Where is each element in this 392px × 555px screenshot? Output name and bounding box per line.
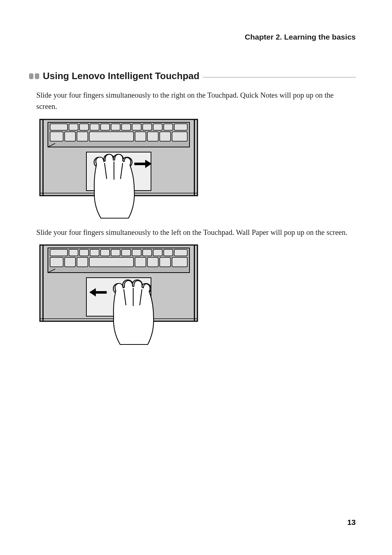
heading-divider [203, 77, 356, 78]
page-number: 13 [347, 518, 356, 527]
svg-rect-17 [65, 132, 75, 141]
svg-rect-44 [90, 249, 99, 256]
svg-rect-8 [101, 124, 110, 130]
svg-rect-55 [77, 257, 88, 267]
svg-rect-10 [122, 124, 131, 130]
svg-rect-58 [147, 257, 158, 267]
svg-rect-47 [122, 249, 131, 256]
svg-rect-5 [69, 124, 78, 130]
svg-rect-6 [79, 124, 89, 130]
svg-rect-9 [111, 124, 120, 130]
svg-rect-46 [111, 249, 120, 256]
svg-rect-21 [147, 132, 158, 141]
svg-rect-16 [50, 132, 63, 141]
svg-rect-57 [135, 257, 146, 267]
section-heading-row: Using Lenovo Intelligent Touchpad [29, 70, 356, 82]
chapter-header: Chapter 2. Learning the basics [36, 33, 356, 41]
svg-rect-39 [194, 245, 195, 321]
svg-rect-42 [69, 249, 78, 256]
svg-rect-53 [50, 257, 63, 267]
svg-rect-35 [134, 163, 145, 165]
svg-rect-48 [132, 249, 141, 256]
illustration-swipe-right [39, 119, 356, 221]
svg-rect-45 [101, 249, 110, 256]
svg-rect-4 [50, 124, 68, 130]
svg-rect-52 [174, 249, 187, 256]
svg-rect-59 [160, 257, 171, 267]
svg-rect-60 [172, 257, 187, 267]
svg-rect-41 [50, 249, 68, 256]
svg-rect-11 [132, 124, 141, 130]
svg-rect-22 [160, 132, 171, 141]
svg-rect-56 [89, 257, 134, 267]
svg-rect-43 [79, 249, 89, 256]
svg-rect-23 [172, 132, 187, 141]
svg-rect-20 [135, 132, 146, 141]
illustration-swipe-left [39, 244, 356, 347]
paragraph-swipe-right: Slide your four fingers simultaneously t… [36, 90, 356, 112]
svg-rect-38 [42, 245, 44, 321]
svg-rect-1 [42, 119, 44, 196]
svg-rect-49 [143, 249, 152, 256]
svg-rect-7 [90, 124, 99, 130]
svg-rect-50 [153, 249, 162, 256]
svg-rect-19 [89, 132, 134, 141]
svg-rect-18 [77, 132, 88, 141]
section-bullets-icon [29, 73, 39, 79]
paragraph-swipe-left: Slide your four fingers simultaneously t… [36, 227, 356, 238]
section-title: Using Lenovo Intelligent Touchpad [43, 70, 199, 82]
svg-rect-12 [143, 124, 152, 130]
svg-rect-13 [153, 124, 162, 130]
svg-rect-54 [65, 257, 75, 267]
svg-rect-2 [194, 119, 195, 196]
svg-rect-15 [174, 124, 187, 130]
svg-rect-72 [96, 291, 107, 294]
svg-rect-14 [164, 124, 173, 130]
svg-rect-51 [164, 249, 173, 256]
